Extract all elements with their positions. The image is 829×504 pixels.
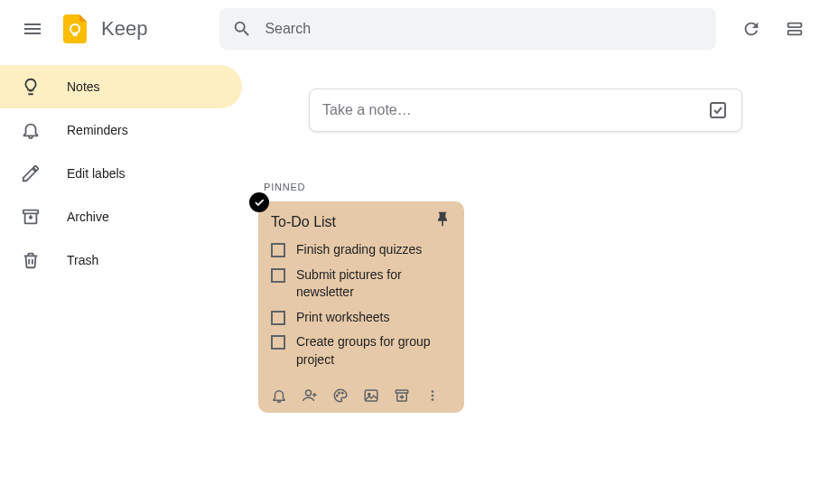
list-item[interactable]: Print worksheets: [271, 309, 452, 327]
pinned-label: Pinned: [264, 182, 829, 192]
check-icon: [253, 196, 265, 209]
search-bar[interactable]: [219, 8, 716, 50]
checklist: Finish grading quizzes Submit pictures f…: [271, 241, 452, 369]
list-item[interactable]: Submit pictures for newsletter: [271, 266, 452, 302]
add-image-button[interactable]: [363, 387, 379, 404]
svg-point-15: [432, 398, 434, 401]
take-note-input[interactable]: [322, 102, 707, 118]
note-select-badge[interactable]: [249, 192, 269, 212]
sidebar-item-label: Reminders: [67, 123, 128, 137]
background-options-button[interactable]: [332, 387, 349, 404]
bell-icon: [271, 387, 287, 404]
notes-area: Pinned To-Do List Finish grading quizzes: [258, 182, 829, 413]
keep-logo-icon: [58, 11, 94, 47]
sidebar-item-label: Edit labels: [67, 166, 126, 181]
note-card[interactable]: To-Do List Finish grading quizzes Submit…: [258, 201, 464, 413]
svg-point-7: [337, 395, 339, 397]
remind-me-button[interactable]: [271, 387, 287, 404]
take-note-bar[interactable]: [309, 89, 742, 132]
item-text: Create groups for group project: [296, 333, 452, 369]
new-list-button[interactable]: [707, 99, 729, 121]
list-item[interactable]: Finish grading quizzes: [271, 241, 452, 259]
hamburger-icon: [22, 18, 43, 40]
header: Keep: [0, 0, 829, 58]
sidebar-item-label: Trash: [67, 253, 98, 267]
lightbulb-icon: [20, 76, 42, 98]
sidebar-item-reminders[interactable]: Reminders: [0, 108, 242, 152]
header-actions: [731, 9, 818, 49]
refresh-icon: [741, 19, 761, 39]
sidebar: Notes Reminders Edit labels Archive Tras…: [0, 58, 253, 504]
checkbox-icon[interactable]: [271, 335, 285, 350]
pin-icon: [433, 210, 452, 229]
main: Notes Reminders Edit labels Archive Tras…: [0, 58, 829, 504]
checkbox-icon[interactable]: [271, 243, 285, 257]
sidebar-item-label: Notes: [67, 79, 100, 94]
logo-area[interactable]: Keep: [58, 11, 147, 47]
svg-rect-4: [23, 210, 39, 214]
bell-icon: [20, 119, 42, 141]
svg-point-6: [306, 390, 312, 396]
sidebar-item-label: Archive: [67, 210, 109, 224]
palette-icon: [332, 387, 349, 404]
svg-rect-2: [788, 23, 802, 27]
svg-point-11: [368, 393, 370, 395]
checkbox-icon[interactable]: [271, 268, 285, 283]
svg-rect-5: [711, 103, 725, 117]
content: Pinned To-Do List Finish grading quizzes: [253, 58, 829, 504]
svg-point-13: [432, 390, 434, 393]
collaborator-button[interactable]: [302, 387, 318, 404]
svg-rect-3: [788, 30, 802, 34]
main-menu-button[interactable]: [11, 7, 54, 51]
svg-point-14: [432, 394, 434, 397]
list-item[interactable]: Create groups for group project: [271, 333, 452, 369]
more-vert-icon: [424, 387, 441, 404]
item-text: Submit pictures for newsletter: [296, 266, 452, 302]
note-toolbar: [271, 384, 452, 404]
image-icon: [363, 387, 379, 404]
app-name: Keep: [101, 17, 147, 41]
archive-button[interactable]: [394, 387, 410, 404]
archive-icon: [394, 387, 410, 404]
trash-icon: [20, 249, 42, 271]
checkbox-icon: [707, 99, 729, 121]
sidebar-item-trash[interactable]: Trash: [0, 238, 242, 282]
item-text: Finish grading quizzes: [296, 241, 422, 259]
list-view-button[interactable]: [775, 9, 815, 49]
sidebar-item-edit-labels[interactable]: Edit labels: [0, 152, 242, 195]
sidebar-item-archive[interactable]: Archive: [0, 195, 242, 238]
note-title: To-Do List: [271, 214, 452, 230]
sidebar-item-notes[interactable]: Notes: [0, 65, 242, 108]
list-view-icon: [785, 19, 805, 39]
svg-rect-12: [396, 390, 408, 393]
pencil-icon: [20, 163, 42, 184]
search-input[interactable]: [265, 21, 703, 37]
svg-rect-1: [73, 33, 78, 36]
svg-point-9: [342, 392, 344, 394]
item-text: Print worksheets: [296, 309, 389, 327]
archive-icon: [20, 206, 42, 228]
svg-point-8: [339, 392, 340, 394]
refresh-button[interactable]: [731, 9, 771, 49]
person-add-icon: [302, 387, 318, 404]
search-icon: [232, 19, 252, 39]
checkbox-icon[interactable]: [271, 311, 285, 325]
more-button[interactable]: [424, 387, 441, 404]
pin-button[interactable]: [433, 210, 455, 232]
